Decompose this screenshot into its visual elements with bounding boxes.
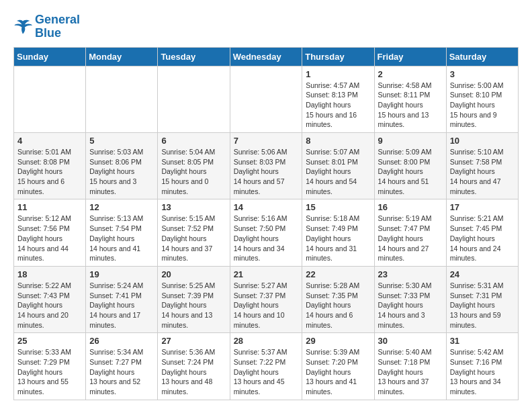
day-number: 30 (378, 336, 443, 346)
day-number: 19 (89, 269, 154, 279)
day-cell: 1 Sunrise: 4:57 AM Sunset: 8:13 PM Dayli… (302, 66, 374, 132)
day-info: Sunrise: 5:07 AM Sunset: 8:01 PM Dayligh… (306, 147, 370, 196)
week-row-1: 1 Sunrise: 4:57 AM Sunset: 8:13 PM Dayli… (14, 66, 519, 132)
day-cell: 30 Sunrise: 5:40 AM Sunset: 7:18 PM Dayl… (374, 333, 446, 400)
day-cell: 4 Sunrise: 5:01 AM Sunset: 8:08 PM Dayli… (14, 133, 86, 199)
day-cell: 2 Sunrise: 4:58 AM Sunset: 8:11 PM Dayli… (374, 66, 446, 132)
day-number: 28 (234, 336, 299, 346)
day-cell: 15 Sunrise: 5:18 AM Sunset: 7:49 PM Dayl… (302, 199, 374, 266)
day-info: Sunrise: 5:16 AM Sunset: 7:50 PM Dayligh… (234, 214, 299, 263)
day-cell: 27 Sunrise: 5:36 AM Sunset: 7:24 PM Dayl… (158, 333, 230, 400)
header-monday: Monday (86, 47, 158, 66)
week-row-2: 4 Sunrise: 5:01 AM Sunset: 8:08 PM Dayli… (14, 133, 519, 199)
header-thursday: Thursday (302, 47, 374, 66)
page-container: General Blue Sunday Monday Tuesday Wedne… (13, 13, 519, 400)
day-cell: 14 Sunrise: 5:16 AM Sunset: 7:50 PM Dayl… (230, 199, 302, 266)
day-cell: 28 Sunrise: 5:37 AM Sunset: 7:22 PM Dayl… (230, 333, 302, 400)
day-cell: 16 Sunrise: 5:19 AM Sunset: 7:47 PM Dayl… (374, 199, 446, 266)
day-cell: 20 Sunrise: 5:25 AM Sunset: 7:39 PM Dayl… (158, 266, 230, 332)
day-cell (158, 66, 230, 132)
day-cell: 12 Sunrise: 5:13 AM Sunset: 7:54 PM Dayl… (86, 199, 158, 266)
day-info: Sunrise: 5:00 AM Sunset: 8:10 PM Dayligh… (450, 81, 515, 130)
day-cell: 3 Sunrise: 5:00 AM Sunset: 8:10 PM Dayli… (446, 66, 518, 132)
day-info: Sunrise: 5:04 AM Sunset: 8:05 PM Dayligh… (161, 147, 226, 196)
day-cell: 23 Sunrise: 5:30 AM Sunset: 7:33 PM Dayl… (374, 266, 446, 332)
day-info: Sunrise: 5:24 AM Sunset: 7:41 PM Dayligh… (89, 281, 154, 330)
day-info: Sunrise: 5:12 AM Sunset: 7:56 PM Dayligh… (17, 214, 82, 263)
day-number: 16 (378, 202, 443, 212)
day-number: 23 (378, 269, 443, 279)
day-info: Sunrise: 5:42 AM Sunset: 7:16 PM Dayligh… (450, 347, 515, 396)
day-info: Sunrise: 5:01 AM Sunset: 8:08 PM Dayligh… (17, 147, 82, 196)
day-cell (14, 66, 86, 132)
day-number: 2 (378, 69, 443, 79)
header: General Blue (13, 13, 519, 40)
day-info: Sunrise: 5:37 AM Sunset: 7:22 PM Dayligh… (234, 347, 299, 396)
day-info: Sunrise: 5:15 AM Sunset: 7:52 PM Dayligh… (161, 214, 226, 263)
logo-icon (13, 19, 32, 35)
day-info: Sunrise: 5:30 AM Sunset: 7:33 PM Dayligh… (378, 281, 443, 330)
day-cell: 29 Sunrise: 5:39 AM Sunset: 7:20 PM Dayl… (302, 333, 374, 400)
day-cell: 31 Sunrise: 5:42 AM Sunset: 7:16 PM Dayl… (446, 333, 518, 400)
day-info: Sunrise: 5:39 AM Sunset: 7:20 PM Dayligh… (306, 347, 370, 396)
day-number: 15 (306, 202, 370, 212)
day-info: Sunrise: 4:58 AM Sunset: 8:11 PM Dayligh… (378, 81, 443, 130)
day-cell: 26 Sunrise: 5:34 AM Sunset: 7:27 PM Dayl… (86, 333, 158, 400)
day-info: Sunrise: 5:06 AM Sunset: 8:03 PM Dayligh… (234, 147, 299, 196)
logo-text: General Blue (35, 13, 80, 40)
day-number: 26 (89, 336, 154, 346)
day-cell: 8 Sunrise: 5:07 AM Sunset: 8:01 PM Dayli… (302, 133, 374, 199)
day-info: Sunrise: 5:25 AM Sunset: 7:39 PM Dayligh… (161, 281, 226, 330)
day-number: 11 (17, 202, 82, 212)
week-row-3: 11 Sunrise: 5:12 AM Sunset: 7:56 PM Dayl… (14, 199, 519, 266)
day-cell: 21 Sunrise: 5:27 AM Sunset: 7:37 PM Dayl… (230, 266, 302, 332)
day-number: 20 (161, 269, 226, 279)
day-number: 31 (450, 336, 515, 346)
header-sunday: Sunday (14, 47, 86, 66)
day-cell: 19 Sunrise: 5:24 AM Sunset: 7:41 PM Dayl… (86, 266, 158, 332)
header-tuesday: Tuesday (158, 47, 230, 66)
day-cell: 7 Sunrise: 5:06 AM Sunset: 8:03 PM Dayli… (230, 133, 302, 199)
day-info: Sunrise: 5:09 AM Sunset: 8:00 PM Dayligh… (378, 147, 443, 196)
day-cell: 22 Sunrise: 5:28 AM Sunset: 7:35 PM Dayl… (302, 266, 374, 332)
day-cell (230, 66, 302, 132)
day-cell: 24 Sunrise: 5:31 AM Sunset: 7:31 PM Dayl… (446, 266, 518, 332)
day-number: 9 (378, 136, 443, 146)
day-number: 25 (17, 336, 82, 346)
day-info: Sunrise: 5:33 AM Sunset: 7:29 PM Dayligh… (17, 347, 82, 396)
header-saturday: Saturday (446, 47, 518, 66)
day-number: 1 (306, 69, 370, 79)
day-info: Sunrise: 5:27 AM Sunset: 7:37 PM Dayligh… (234, 281, 299, 330)
day-cell: 18 Sunrise: 5:22 AM Sunset: 7:43 PM Dayl… (14, 266, 86, 332)
day-number: 18 (17, 269, 82, 279)
day-info: Sunrise: 5:10 AM Sunset: 7:58 PM Dayligh… (450, 147, 515, 196)
week-row-4: 18 Sunrise: 5:22 AM Sunset: 7:43 PM Dayl… (14, 266, 519, 332)
calendar-table: Sunday Monday Tuesday Wednesday Thursday… (13, 47, 519, 400)
day-info: Sunrise: 5:21 AM Sunset: 7:45 PM Dayligh… (450, 214, 515, 263)
weekday-header-row: Sunday Monday Tuesday Wednesday Thursday… (14, 47, 519, 66)
day-info: Sunrise: 5:13 AM Sunset: 7:54 PM Dayligh… (89, 214, 154, 263)
day-number: 14 (234, 202, 299, 212)
day-number: 13 (161, 202, 226, 212)
day-info: Sunrise: 5:19 AM Sunset: 7:47 PM Dayligh… (378, 214, 443, 263)
day-cell: 6 Sunrise: 5:04 AM Sunset: 8:05 PM Dayli… (158, 133, 230, 199)
day-number: 24 (450, 269, 515, 279)
day-cell (86, 66, 158, 132)
day-number: 8 (306, 136, 370, 146)
day-info: Sunrise: 5:03 AM Sunset: 8:06 PM Dayligh… (89, 147, 154, 196)
day-info: Sunrise: 5:40 AM Sunset: 7:18 PM Dayligh… (378, 347, 443, 396)
day-number: 10 (450, 136, 515, 146)
logo: General Blue (13, 13, 80, 40)
day-number: 6 (161, 136, 226, 146)
day-cell: 17 Sunrise: 5:21 AM Sunset: 7:45 PM Dayl… (446, 199, 518, 266)
day-info: Sunrise: 5:36 AM Sunset: 7:24 PM Dayligh… (161, 347, 226, 396)
day-cell: 9 Sunrise: 5:09 AM Sunset: 8:00 PM Dayli… (374, 133, 446, 199)
day-cell: 13 Sunrise: 5:15 AM Sunset: 7:52 PM Dayl… (158, 199, 230, 266)
day-info: Sunrise: 5:28 AM Sunset: 7:35 PM Dayligh… (306, 281, 370, 330)
day-number: 3 (450, 69, 515, 79)
day-number: 12 (89, 202, 154, 212)
day-info: Sunrise: 5:31 AM Sunset: 7:31 PM Dayligh… (450, 281, 515, 330)
day-info: Sunrise: 4:57 AM Sunset: 8:13 PM Dayligh… (306, 81, 370, 130)
day-number: 4 (17, 136, 82, 146)
day-cell: 25 Sunrise: 5:33 AM Sunset: 7:29 PM Dayl… (14, 333, 86, 400)
